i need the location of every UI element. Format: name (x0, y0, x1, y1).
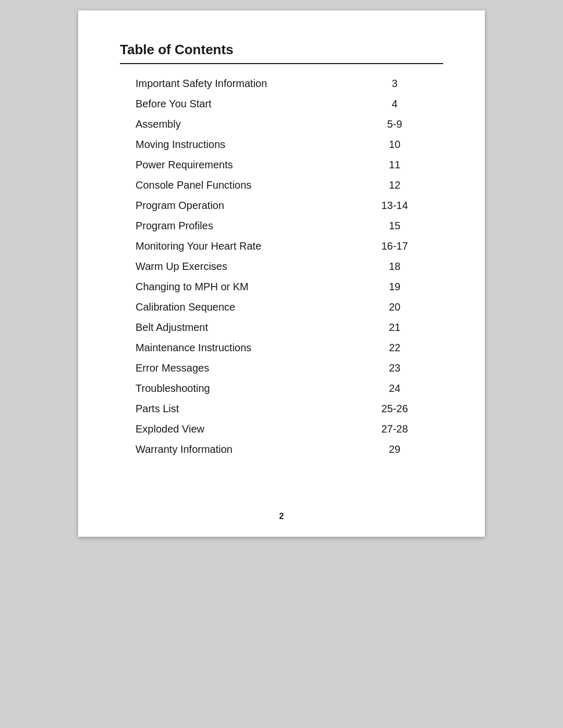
table-row: Important Safety Information3 (120, 73, 443, 94)
table-row: Calibration Sequence20 (120, 297, 443, 317)
toc-item-label: Before You Start (120, 94, 346, 114)
toc-item-label: Important Safety Information (120, 73, 346, 94)
toc-item-label: Moving Instructions (120, 134, 346, 155)
toc-item-label: Program Profiles (120, 216, 346, 236)
toc-item-label: Power Requirements (120, 155, 346, 175)
toc-item-page: 23 (346, 358, 443, 378)
table-row: Assembly5-9 (120, 114, 443, 134)
toc-item-page: 29 (346, 439, 443, 460)
toc-item-label: Exploded View (120, 419, 346, 439)
toc-item-label: Monitoring Your Heart Rate (120, 236, 346, 256)
table-row: Monitoring Your Heart Rate16-17 (120, 236, 443, 256)
table-row: Warm Up Exercises18 (120, 256, 443, 277)
table-row: Moving Instructions10 (120, 134, 443, 155)
footer-page-number: 2 (78, 512, 485, 521)
table-row: Error Messages23 (120, 358, 443, 378)
toc-item-page: 27-28 (346, 419, 443, 439)
toc-item-page: 3 (346, 73, 443, 94)
toc-item-page: 19 (346, 277, 443, 297)
table-row: Changing to MPH or KM19 (120, 277, 443, 297)
toc-item-page: 25-26 (346, 399, 443, 419)
table-row: Parts List25-26 (120, 399, 443, 419)
table-row: Maintenance Instructions22 (120, 338, 443, 358)
toc-item-page: 15 (346, 216, 443, 236)
toc-item-page: 18 (346, 256, 443, 277)
toc-item-label: Warranty Information (120, 439, 346, 460)
table-row: Troubleshooting24 (120, 378, 443, 399)
page-title: Table of Contents (120, 42, 443, 58)
toc-item-page: 24 (346, 378, 443, 399)
toc-item-page: 16-17 (346, 236, 443, 256)
toc-item-label: Console Panel Functions (120, 175, 346, 195)
table-row: Console Panel Functions12 (120, 175, 443, 195)
title-divider (120, 63, 443, 64)
table-row: Belt Adjustment21 (120, 317, 443, 338)
toc-item-label: Changing to MPH or KM (120, 277, 346, 297)
toc-item-label: Program Operation (120, 195, 346, 216)
page: Table of Contents Important Safety Infor… (78, 10, 485, 537)
table-row: Program Operation13-14 (120, 195, 443, 216)
toc-item-label: Assembly (120, 114, 346, 134)
table-row: Program Profiles15 (120, 216, 443, 236)
toc-item-label: Error Messages (120, 358, 346, 378)
table-row: Before You Start4 (120, 94, 443, 114)
toc-item-page: 4 (346, 94, 443, 114)
table-row: Warranty Information29 (120, 439, 443, 460)
toc-item-label: Parts List (120, 399, 346, 419)
toc-item-label: Troubleshooting (120, 378, 346, 399)
toc-item-page: 10 (346, 134, 443, 155)
toc-table: Important Safety Information3Before You … (120, 73, 443, 460)
toc-item-page: 20 (346, 297, 443, 317)
toc-item-page: 12 (346, 175, 443, 195)
toc-item-label: Belt Adjustment (120, 317, 346, 338)
toc-item-page: 13-14 (346, 195, 443, 216)
toc-item-label: Warm Up Exercises (120, 256, 346, 277)
toc-item-label: Calibration Sequence (120, 297, 346, 317)
toc-item-label: Maintenance Instructions (120, 338, 346, 358)
toc-item-page: 5-9 (346, 114, 443, 134)
toc-item-page: 22 (346, 338, 443, 358)
table-row: Power Requirements11 (120, 155, 443, 175)
toc-item-page: 11 (346, 155, 443, 175)
toc-item-page: 21 (346, 317, 443, 338)
table-row: Exploded View27-28 (120, 419, 443, 439)
